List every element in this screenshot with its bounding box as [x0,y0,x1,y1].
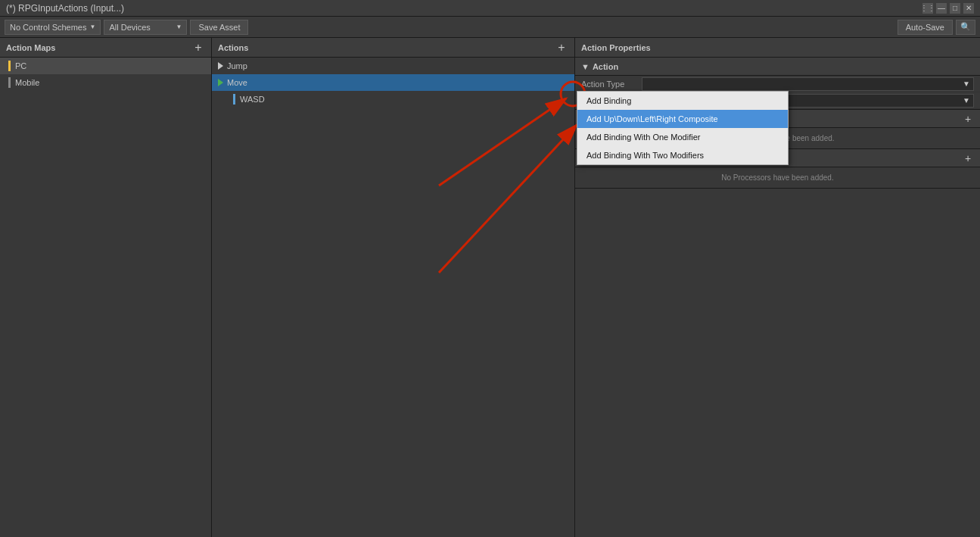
control-type-arrow-icon: ▼ [963,96,970,105]
action-item-move[interactable]: Move [212,74,574,91]
action-jump-label: Jump [227,61,247,70]
add-binding-two-modifiers-menu-item[interactable]: Add Binding With Two Modifiers [577,146,788,164]
action-move-label: Move [227,78,247,87]
action-item-jump[interactable]: Jump [212,58,574,74]
no-control-schemes-arrow-icon: ▼ [90,23,96,30]
pc-color-bar [8,61,11,71]
title-bar: (*) RPGInputActions (Input...) ⋮⋮ — □ ✕ [0,0,980,17]
action-map-pc-label: PC [15,61,26,70]
actions-panel: Actions + Jump Move WASD [212,38,575,537]
action-map-mobile-label: Mobile [15,78,39,87]
auto-save-label: Auto-Save [898,20,953,35]
action-map-item-mobile[interactable]: Mobile [0,74,211,91]
action-maps-header: Action Maps + [0,38,211,58]
action-wasd-label: WASD [240,95,265,104]
wasd-bar-icon [233,94,235,105]
title-bar-menu-btn[interactable]: ⋮⋮ [922,3,933,14]
title-bar-left: (*) RPGInputActions (Input...) [6,3,124,14]
all-devices-label: All Devices [109,23,150,32]
no-control-schemes-dropdown[interactable]: No Control Schemes ▼ [5,20,101,35]
search-icon[interactable]: 🔍 [956,20,975,35]
main-layout: Action Maps + PC Mobile Actions + Jump M… [0,38,980,537]
interactions-add-button[interactable]: + [962,113,974,125]
context-dropdown-menu: Add Binding Add Up\Down\Left\Right Compo… [577,91,789,165]
action-map-item-pc[interactable]: PC [0,58,211,74]
action-maps-panel: Action Maps + PC Mobile [0,38,212,537]
add-composite-menu-item[interactable]: Add Up\Down\Left\Right Composite [577,110,788,128]
action-section-triangle-icon: ▼ [581,62,590,71]
processors-empty-text: No Processors have been added. [575,167,980,188]
add-binding-menu-item[interactable]: Add Binding [577,92,788,110]
action-maps-add-button[interactable]: + [191,41,205,55]
save-asset-button[interactable]: Save Asset [190,20,248,35]
toolbar: No Control Schemes ▼ All Devices ▼ Save … [0,17,980,38]
action-type-row: Action Type ▼ [575,76,980,92]
title-bar-minimize-btn[interactable]: — [936,3,947,14]
jump-triangle-icon [218,62,223,70]
action-type-dropdown[interactable]: ▼ [642,77,974,91]
title-bar-close-btn[interactable]: ✕ [963,3,974,14]
properties-header: Action Properties [575,38,980,58]
action-maps-title: Action Maps [6,43,55,52]
action-subitem-wasd[interactable]: WASD [212,91,574,108]
title-bar-title: (*) RPGInputActions (Input...) [6,3,124,14]
action-type-arrow-icon: ▼ [963,80,970,88]
all-devices-arrow-icon: ▼ [176,23,182,30]
action-section-title: ▼ Action [581,62,618,71]
actions-header: Actions + [212,38,574,58]
processors-add-button[interactable]: + [962,152,974,164]
no-control-schemes-label: No Control Schemes [10,23,87,32]
add-binding-one-modifier-menu-item[interactable]: Add Binding With One Modifier [577,128,788,146]
title-bar-controls[interactable]: ⋮⋮ — □ ✕ [922,3,974,14]
mobile-color-bar [8,77,11,88]
properties-title: Action Properties [581,43,651,52]
title-bar-maximize-btn[interactable]: □ [950,3,960,14]
move-triangle-icon [218,79,223,86]
actions-add-button[interactable]: + [555,41,568,55]
action-type-label: Action Type [581,80,642,89]
actions-title: Actions [218,43,248,52]
action-section-header: ▼ Action [575,58,980,76]
all-devices-dropdown[interactable]: All Devices ▼ [104,20,187,35]
